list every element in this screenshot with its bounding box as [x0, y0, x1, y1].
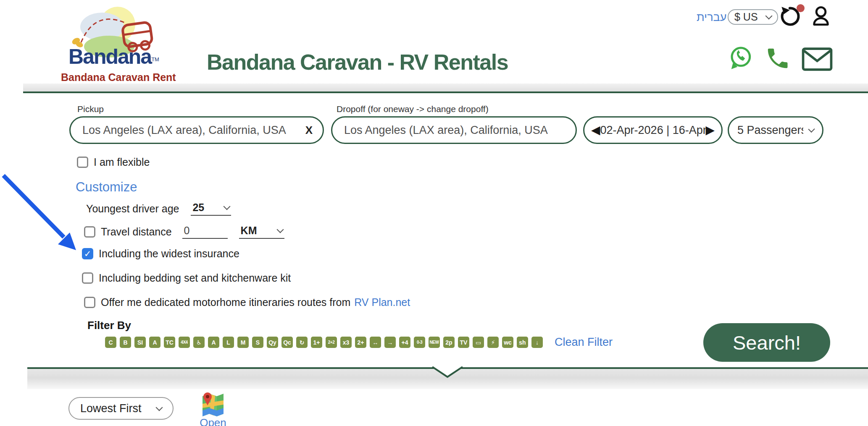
travel-distance-row: Travel distance 0 KM — [84, 225, 284, 239]
logo-caption: Bandana Caravan Rent — [61, 71, 176, 84]
filter-icon-class-c[interactable]: C — [105, 337, 116, 348]
filter-icon-quality-y[interactable]: Qy — [267, 337, 278, 348]
pickup-label: Pickup — [77, 104, 104, 114]
chevron-down-icon — [808, 125, 815, 133]
account-button[interactable] — [810, 5, 832, 28]
driver-age-value: 25 — [192, 201, 204, 214]
sort-select[interactable]: Lowest First — [68, 397, 174, 420]
currency-value: $ US — [734, 11, 758, 23]
flexible-row: I am flexible — [77, 156, 150, 168]
filter-icon-quality-c[interactable]: Qc — [281, 337, 293, 348]
logo-tm: TM — [151, 56, 159, 63]
filter-icon-age-0-3[interactable]: 0-3 — [414, 337, 425, 348]
chevron-down-icon — [765, 13, 773, 20]
filter-icon-automatic[interactable]: A — [208, 337, 219, 348]
whatsapp-icon — [727, 44, 754, 71]
pickup-value: Los Angeles (LAX area), California, USA — [82, 124, 286, 137]
filter-icon-power[interactable]: ⚡ — [487, 337, 499, 348]
panel-notch-icon[interactable] — [431, 366, 464, 378]
date-range-value: 02-Apr-2026 | 16-Apr-2026 — [600, 124, 706, 137]
currency-select[interactable]: $ US — [728, 9, 778, 25]
filter-icons: CBSIATC4X4♿ALMSQyQc↻1+2+2x32+↔→+40-3NEW2… — [105, 337, 543, 348]
dropoff-input[interactable]: Los Angeles (LAX area), California, USA — [331, 116, 577, 144]
header-divider-band — [23, 84, 868, 93]
driver-age-label: Youngest driver age — [86, 203, 179, 215]
history-button[interactable] — [780, 5, 803, 28]
logo-wordmark: Bandana — [68, 45, 151, 68]
insurance-checkbox[interactable]: ✓ — [82, 248, 93, 259]
open-map-button[interactable]: Open Map — [190, 390, 236, 426]
phone-icon — [765, 45, 791, 71]
flexible-label: I am flexible — [94, 156, 150, 168]
insurance-label: Including the widest insurance — [99, 248, 239, 260]
filter-icon-rv-arrival[interactable]: ↓ — [531, 337, 543, 348]
filter-icon-times-3[interactable]: x3 — [340, 337, 352, 348]
filter-icon-accessible[interactable]: ♿ — [193, 337, 205, 348]
filter-icon-rv-medium[interactable]: M — [237, 337, 249, 348]
itineraries-label: Offer me dedicated motorhome itineraries… — [101, 296, 350, 308]
itineraries-checkbox[interactable] — [84, 297, 95, 308]
chevron-down-icon — [276, 226, 284, 233]
filter-icon-family-plus[interactable]: 2+ — [355, 337, 366, 348]
filter-icon-rv-small[interactable]: S — [252, 337, 263, 348]
passengers-select[interactable]: 5 Passengers — [728, 116, 823, 144]
filter-icon-relocation[interactable]: ↻ — [296, 337, 308, 348]
filter-icon-bed[interactable]: ▭ — [473, 337, 484, 348]
filter-icon-truck-camper[interactable]: TC — [164, 337, 175, 348]
date-prev-icon[interactable]: ◀ — [591, 124, 600, 136]
pickup-input[interactable]: Los Angeles (LAX area), California, USA … — [69, 116, 324, 144]
travel-distance-checkbox[interactable] — [84, 226, 95, 238]
rv-plan-link[interactable]: RV Plan.net — [354, 296, 410, 308]
filter-icon-shower[interactable]: sh — [517, 337, 528, 348]
filter-icon-vehicle-width[interactable]: ↔ — [370, 337, 381, 348]
map-icon — [201, 390, 225, 416]
email-icon — [802, 47, 833, 71]
search-button[interactable]: Search! — [703, 323, 830, 362]
email-button[interactable] — [802, 47, 833, 71]
filter-icon-plus-4[interactable]: +4 — [399, 337, 410, 348]
driver-age-row: Youngest driver age 25 — [86, 201, 231, 216]
driver-age-select[interactable]: 25 — [191, 201, 231, 216]
insurance-row: ✓ Including the widest insurance — [82, 248, 239, 260]
filter-icon-4x4[interactable]: 4X4 — [179, 337, 190, 348]
distance-unit-value: KM — [241, 225, 257, 237]
distance-unit-select[interactable]: KM — [239, 225, 284, 239]
dropoff-label: Dropoff (for oneway -> change dropoff) — [337, 104, 489, 114]
bedding-checkbox[interactable] — [82, 272, 93, 284]
whatsapp-button[interactable] — [727, 44, 754, 71]
customize-link[interactable]: Customize — [76, 180, 137, 195]
dropoff-value: Los Angeles (LAX area), California, USA — [344, 124, 548, 137]
page-title: Bandana Caravan - RV Rentals — [207, 50, 508, 75]
filter-icon-tv[interactable]: TV — [458, 337, 469, 348]
filter-icon-one-way[interactable]: → — [384, 337, 396, 348]
site-logo[interactable]: BandanaTM Bandana Caravan Rent — [61, 3, 166, 82]
travel-distance-input[interactable]: 0 — [182, 225, 228, 239]
date-range-field[interactable]: ◀ 02-Apr-2026 | 16-Apr-2026 ▶ — [583, 116, 723, 144]
filter-icon-sleeps-2plus2[interactable]: 2+2 — [326, 337, 337, 348]
filter-icon-rv-large[interactable]: L — [223, 337, 234, 348]
pickup-clear-button[interactable]: X — [305, 124, 313, 137]
open-map-label: Open Map — [190, 416, 236, 426]
checkmark-icon: ✓ — [84, 249, 92, 258]
filter-bar: CBSIATC4X4♿ALMSQyQc↻1+2+2x32+↔→+40-3NEW2… — [105, 336, 613, 349]
filter-icon-semi-integrated[interactable]: SI — [134, 337, 146, 348]
date-next-icon[interactable]: ▶ — [705, 124, 715, 136]
filter-icon-class-b[interactable]: B — [120, 337, 131, 348]
filter-icon-new-vehicle[interactable]: NEW — [429, 337, 440, 348]
annotation-arrow — [0, 168, 88, 262]
phone-button[interactable] — [765, 45, 791, 71]
sort-value: Lowest First — [80, 402, 142, 415]
clean-filter-link[interactable]: Clean Filter — [555, 336, 613, 349]
filter-by-label: Filter By — [87, 319, 131, 332]
filter-icon-family[interactable]: 2p — [443, 337, 455, 348]
language-link[interactable]: עברית — [697, 11, 726, 24]
filter-icon-class-a[interactable]: A — [149, 337, 160, 348]
filter-icon-driver-plus[interactable]: 1+ — [311, 337, 322, 348]
chevron-down-icon — [224, 203, 231, 210]
flexible-checkbox[interactable] — [77, 157, 88, 168]
user-icon — [810, 5, 832, 27]
page: BandanaTM Bandana Caravan Rent Bandana C… — [0, 0, 868, 426]
travel-distance-label: Travel distance — [101, 226, 172, 238]
notification-badge — [797, 4, 805, 12]
filter-icon-wc[interactable]: wc — [502, 337, 513, 348]
